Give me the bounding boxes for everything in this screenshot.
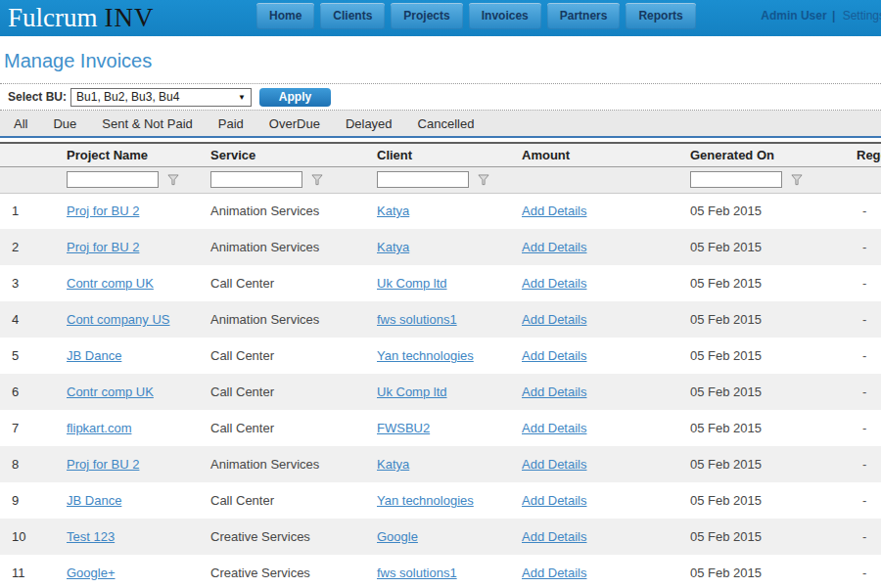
- dropdown-caret-icon: ▼: [238, 93, 246, 102]
- add-details-link[interactable]: Add Details: [522, 493, 586, 508]
- add-details-link[interactable]: Add Details: [522, 348, 586, 363]
- generated-on-cell: 05 Feb 2015: [690, 519, 857, 555]
- nav-item-home[interactable]: Home: [256, 3, 314, 29]
- add-details-link[interactable]: Add Details: [522, 457, 586, 472]
- bu-select-dropdown[interactable]: Bu1, Bu2, Bu3, Bu4 ▼: [70, 88, 252, 107]
- add-details-link[interactable]: Add Details: [522, 240, 586, 254]
- generated-on-cell: 05 Feb 2015: [690, 410, 857, 446]
- client-link[interactable]: Uk Comp ltd: [377, 384, 447, 399]
- client-link[interactable]: Yan technologies: [377, 493, 474, 508]
- table-row: 1Proj for BU 2Animation ServicesKatyaAdd…: [0, 193, 881, 229]
- nav-item-reports[interactable]: Reports: [626, 3, 695, 29]
- apply-button[interactable]: Apply: [259, 88, 331, 107]
- client-cell: Uk Comp ltd: [377, 374, 522, 410]
- project-link[interactable]: JB Dance: [67, 348, 121, 363]
- generated-on-cell: 05 Feb 2015: [690, 555, 857, 588]
- project-filter-funnel-icon[interactable]: [167, 174, 179, 186]
- add-details-link[interactable]: Add Details: [522, 276, 586, 291]
- generated-on-cell: 05 Feb 2015: [690, 229, 857, 265]
- client-cell: Uk Comp ltd: [377, 265, 522, 301]
- add-details-link[interactable]: Add Details: [522, 312, 586, 327]
- project-link[interactable]: Cont company US: [67, 312, 170, 327]
- logo-inv: INV: [105, 3, 155, 32]
- row-number-cell: 7: [0, 410, 67, 446]
- client-filter-input[interactable]: [377, 171, 469, 188]
- client-cell: FWSBU2: [377, 410, 522, 446]
- row-number-cell: 11: [0, 555, 67, 588]
- client-link[interactable]: Katya: [377, 204, 409, 218]
- main-nav: HomeClientsProjectsInvoicesPartnersRepor…: [256, 3, 696, 29]
- select-bu-label: Select BU:: [8, 90, 67, 104]
- row-number-cell: 1: [0, 193, 67, 229]
- client-link[interactable]: Katya: [377, 457, 409, 472]
- nav-item-projects[interactable]: Projects: [391, 3, 462, 29]
- project-link[interactable]: Proj for BU 2: [67, 240, 139, 254]
- col-header-amount: Amount: [522, 143, 690, 166]
- table-header-row: Project Name Service Client Amount Gener…: [0, 143, 881, 166]
- service-cell: Creative Services: [210, 519, 377, 555]
- logo-fulcrum: Fulcrum: [8, 3, 98, 32]
- client-link[interactable]: fws solutions1: [377, 565, 457, 580]
- project-link[interactable]: flipkart.com: [67, 421, 131, 435]
- generated-on-filter-funnel-icon[interactable]: [791, 174, 803, 186]
- service-cell: Animation Services: [210, 229, 377, 265]
- service-cell: Call Center: [210, 265, 377, 301]
- client-link[interactable]: Yan technologies: [377, 348, 474, 363]
- tabs-underline: [0, 136, 881, 138]
- client-cell: fws solutions1: [377, 301, 522, 338]
- project-name-cell: Proj for BU 2: [67, 229, 210, 265]
- tab-overdue[interactable]: OverDue: [256, 116, 333, 131]
- client-cell: Katya: [377, 193, 522, 229]
- project-link[interactable]: Contr comp UK: [67, 384, 154, 399]
- table-row: 9JB DanceCall CenterYan technologiesAdd …: [0, 482, 881, 519]
- client-link[interactable]: fws solutions1: [377, 312, 457, 327]
- project-filter-input[interactable]: [67, 171, 159, 188]
- add-details-link[interactable]: Add Details: [522, 384, 586, 399]
- nav-item-partners[interactable]: Partners: [547, 3, 621, 29]
- tab-due[interactable]: Due: [40, 116, 89, 131]
- nav-item-clients[interactable]: Clients: [320, 3, 385, 29]
- tab-paid[interactable]: Paid: [206, 116, 256, 131]
- project-link[interactable]: JB Dance: [67, 493, 121, 508]
- client-link[interactable]: Katya: [377, 240, 409, 254]
- generated-on-filter-input[interactable]: [690, 171, 782, 188]
- col-header-generated-on: Generated On: [690, 143, 857, 166]
- project-link[interactable]: Proj for BU 2: [67, 204, 139, 218]
- project-name-cell: JB Dance: [67, 482, 210, 519]
- project-link[interactable]: Contr comp UK: [67, 276, 154, 291]
- service-filter-input[interactable]: [210, 171, 302, 188]
- generated-on-cell: 05 Feb 2015: [690, 338, 857, 374]
- user-box: Admin User | Settings: [761, 9, 881, 23]
- project-name-cell: Test 123: [67, 519, 210, 555]
- project-link[interactable]: Test 123: [67, 529, 115, 544]
- tab-sent-not-paid[interactable]: Sent & Not Paid: [89, 116, 206, 131]
- generated-on-cell: 05 Feb 2015: [690, 301, 857, 338]
- row-number-cell: 8: [0, 446, 67, 482]
- tab-cancelled[interactable]: Cancelled: [405, 116, 487, 131]
- settings-link[interactable]: Settings: [843, 9, 881, 23]
- client-filter-funnel-icon[interactable]: [478, 174, 489, 186]
- client-link[interactable]: Uk Comp ltd: [377, 276, 447, 291]
- row-number-cell: 5: [0, 338, 67, 374]
- amount-cell: Add Details: [522, 555, 690, 588]
- client-link[interactable]: FWSBU2: [377, 421, 430, 435]
- add-details-link[interactable]: Add Details: [522, 529, 586, 544]
- project-link[interactable]: Proj for BU 2: [67, 457, 139, 472]
- add-details-link[interactable]: Add Details: [522, 421, 586, 435]
- service-cell: Animation Services: [210, 301, 377, 338]
- project-link[interactable]: Google+: [67, 565, 116, 580]
- client-link[interactable]: Google: [377, 529, 418, 544]
- nav-item-invoices[interactable]: Invoices: [469, 3, 541, 29]
- add-details-link[interactable]: Add Details: [522, 204, 586, 218]
- service-filter-funnel-icon[interactable]: [311, 174, 323, 186]
- add-details-link[interactable]: Add Details: [522, 565, 586, 580]
- amount-cell: Add Details: [522, 265, 690, 301]
- service-cell: Call Center: [210, 374, 377, 410]
- page-title: Manage Invoices: [0, 36, 881, 83]
- admin-user-link[interactable]: Admin User: [761, 9, 826, 23]
- regenerate-cell: -: [857, 265, 881, 301]
- tab-delayed[interactable]: Delayed: [333, 116, 405, 131]
- service-cell: Call Center: [210, 338, 377, 374]
- tab-all[interactable]: All: [1, 116, 40, 131]
- generated-on-cell: 05 Feb 2015: [690, 265, 857, 301]
